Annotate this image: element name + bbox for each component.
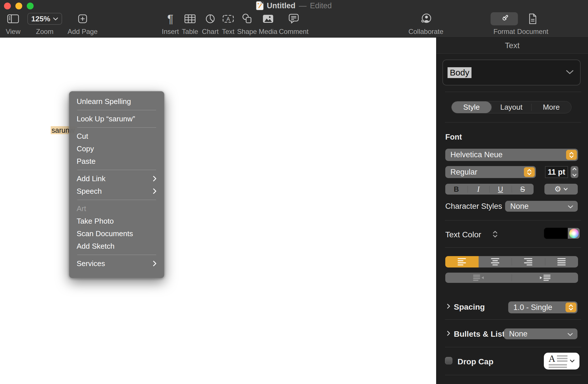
title-separator: — <box>299 1 307 10</box>
alignment-buttons <box>445 256 578 267</box>
spacing-value: 1.0 - Single <box>513 303 552 312</box>
paragraph-style-dropdown[interactable]: Body <box>442 60 581 85</box>
spacing-dropdown[interactable]: 1.0 - Single <box>508 301 577 313</box>
paragraph-style-value: Body <box>448 67 471 78</box>
chevron-down-icon <box>567 330 573 338</box>
svg-text:A: A <box>226 16 230 22</box>
drop-cap-preview-icon: A <box>549 354 568 368</box>
menu-item-add-sketch[interactable]: Add Sketch <box>69 240 164 252</box>
toolbar: Untitled — Edited View 125% Zoom Add Pag <box>0 0 588 38</box>
menu-item-art: Art <box>69 202 164 215</box>
window-minimize-button[interactable] <box>15 3 22 9</box>
tab-style[interactable]: Style <box>452 101 491 113</box>
pages-app-icon <box>256 1 263 10</box>
zoom-control[interactable]: 125% Zoom <box>27 11 62 35</box>
window-close-button[interactable] <box>4 3 11 9</box>
divider <box>445 347 581 347</box>
gear-icon: ⚙ <box>554 185 561 193</box>
stepper-icon[interactable] <box>566 150 577 160</box>
view-button[interactable]: View <box>2 11 24 35</box>
bold-button[interactable]: B <box>445 184 467 195</box>
bullets-lists-label: Bullets & Lists <box>454 330 509 339</box>
text-color-well[interactable] <box>544 228 580 239</box>
strikethrough-button[interactable]: S <box>512 184 534 195</box>
align-left-button[interactable] <box>445 256 479 267</box>
menu-item-add-link[interactable]: Add Link <box>69 172 164 185</box>
drop-cap-style-button[interactable]: A <box>544 353 579 369</box>
format-sidebar: Text Body Style Layout More Font Helveti… <box>436 38 588 384</box>
menu-item-copy[interactable]: Copy <box>69 142 164 155</box>
menu-item-scan-documents[interactable]: Scan Documents <box>69 227 164 240</box>
submenu-arrow-icon <box>153 188 157 194</box>
color-picker-button[interactable] <box>568 228 580 239</box>
menu-separator <box>77 200 156 200</box>
document-button[interactable]: Document <box>513 11 553 35</box>
underline-button[interactable]: U <box>489 184 512 195</box>
font-section-label: Font <box>445 133 462 142</box>
table-icon <box>184 11 196 27</box>
comment-button[interactable]: Comment <box>275 11 312 35</box>
chevron-down-icon <box>564 188 568 191</box>
font-size-stepper[interactable] <box>571 166 578 178</box>
chevron-down-icon <box>53 17 58 21</box>
menu-item-unlearn-spelling[interactable]: Unlearn Spelling <box>69 95 164 108</box>
stepper-up-icon[interactable] <box>571 166 578 172</box>
add-page-button[interactable]: Add Page <box>63 11 103 35</box>
document-title: Untitled <box>267 1 295 10</box>
align-center-button[interactable] <box>479 256 512 267</box>
menu-item-take-photo[interactable]: Take Photo <box>69 215 164 227</box>
disclosure-chevron-icon[interactable] <box>447 303 450 310</box>
style-tabs: Style Layout More <box>451 101 571 113</box>
font-weight-value: Regular <box>450 168 477 177</box>
menu-item-cut[interactable]: Cut <box>69 130 164 142</box>
font-weight-dropdown[interactable]: Regular <box>445 166 536 178</box>
align-justify-button[interactable] <box>545 256 578 267</box>
tab-more[interactable]: More <box>531 101 571 113</box>
indent-button[interactable] <box>512 273 578 283</box>
zoom-value: 125% <box>31 15 50 23</box>
menu-item-paste[interactable]: Paste <box>69 155 164 168</box>
divider <box>445 247 581 248</box>
menu-item-look-up[interactable]: Look Up “sarunw” <box>69 113 164 125</box>
add-page-icon <box>77 11 88 27</box>
menu-separator <box>77 110 156 110</box>
character-styles-dropdown[interactable]: None <box>505 201 578 212</box>
italic-button[interactable]: I <box>467 184 490 195</box>
drop-cap-checkbox[interactable] <box>445 357 452 364</box>
disclosure-chevron-icon[interactable] <box>447 330 450 337</box>
font-style-buttons: B I U S <box>445 184 534 195</box>
outdent-button[interactable] <box>445 273 512 283</box>
media-icon <box>262 11 274 27</box>
menu-separator <box>77 255 156 255</box>
advanced-options-button[interactable]: ⚙ <box>544 184 578 195</box>
tab-layout[interactable]: Layout <box>491 101 531 113</box>
spacing-label: Spacing <box>454 303 485 312</box>
align-right-button[interactable] <box>512 256 545 267</box>
view-icon <box>7 11 19 27</box>
collaborate-button[interactable]: Collaborate <box>403 11 449 35</box>
pilcrow-icon: ¶ <box>167 11 173 27</box>
stepper-icon[interactable] <box>565 303 576 312</box>
current-color-swatch[interactable] <box>544 228 568 239</box>
stepper-icon[interactable] <box>524 167 535 177</box>
document-canvas[interactable]: sarunw <box>0 38 436 384</box>
indent-buttons <box>445 273 578 283</box>
menu-item-speech[interactable]: Speech <box>69 185 164 197</box>
menu-separator <box>77 127 156 128</box>
align-justify-icon <box>556 258 567 266</box>
outdent-icon <box>472 274 485 281</box>
font-family-dropdown[interactable]: Helvetica Neue <box>445 149 578 161</box>
stepper-down-icon[interactable] <box>571 172 578 178</box>
window-fullscreen-button[interactable] <box>27 3 34 9</box>
menu-item-services[interactable]: Services <box>69 257 164 270</box>
bullets-lists-value: None <box>509 330 528 338</box>
menu-separator <box>77 170 156 170</box>
font-size-field[interactable]: 11 pt <box>545 166 568 178</box>
align-center-icon <box>489 258 501 266</box>
shape-icon <box>241 11 253 27</box>
bullets-lists-dropdown[interactable]: None <box>504 328 577 339</box>
chevron-down-icon <box>566 70 574 75</box>
character-styles-value: None <box>510 202 529 211</box>
color-wheel-icon <box>569 229 579 238</box>
paintbrush-icon <box>499 14 509 24</box>
